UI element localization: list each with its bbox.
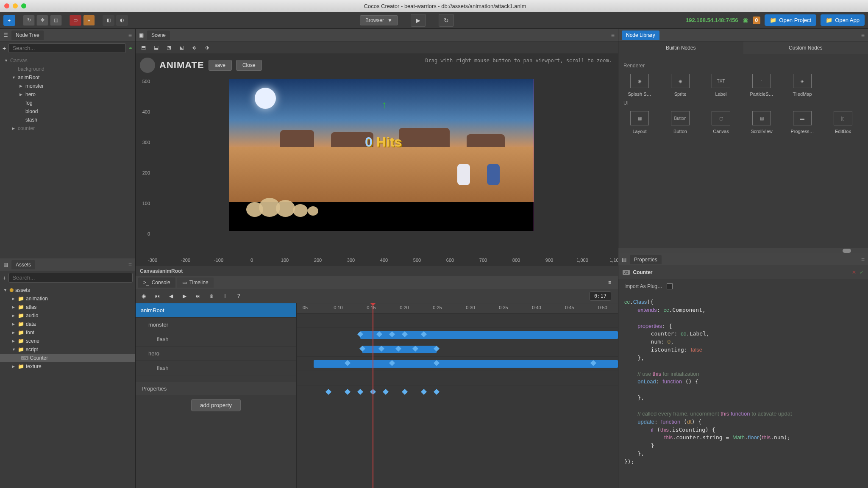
folder-audio[interactable]: ▶📁 audio (0, 311, 135, 320)
add-keyframe-button[interactable]: ⊕ (207, 291, 216, 301)
panel-menu-icon[interactable]: ≡ (128, 261, 132, 268)
assets-search[interactable] (8, 273, 133, 283)
remove-component-button[interactable]: ✕ (852, 269, 856, 275)
folder-scene[interactable]: ▶📁 scene (0, 337, 135, 345)
tool-anchor[interactable]: + (83, 15, 95, 26)
assets-tab[interactable]: Assets (11, 260, 35, 269)
node-library-scrollbar[interactable] (618, 248, 868, 253)
tree-item-hero[interactable]: ▶hero (0, 90, 135, 99)
tree-item-monster[interactable]: ▶monster (0, 82, 135, 90)
timeline-grid[interactable]: 050:100:150:200:250:300:350:400:450:50 (297, 303, 618, 488)
playhead[interactable] (373, 303, 373, 488)
open-project-button[interactable]: 📁 Open Project (765, 14, 816, 26)
folder-texture[interactable]: ▶📁 texture (0, 362, 135, 371)
tree-item-blood[interactable]: blood (0, 107, 135, 116)
folder-animation[interactable]: ▶📁 animation (0, 294, 135, 303)
tree-item-animRoot[interactable]: ▼animRoot (0, 73, 135, 82)
custom-nodes-tab[interactable]: Custom Nodes (743, 42, 868, 54)
panel-menu-icon[interactable]: ≡ (611, 32, 615, 39)
track-monster-flash[interactable]: flash (136, 332, 296, 347)
window-maximize-button[interactable] (21, 3, 26, 8)
tool-rotate[interactable]: ◫ (50, 15, 62, 26)
align-vcenter-icon[interactable]: ⬖ (189, 43, 199, 52)
gizmo-arrow-icon[interactable]: ↑ (382, 99, 387, 111)
scene-tab[interactable]: Scene (147, 30, 170, 40)
track-hero-flash[interactable]: flash (136, 361, 296, 375)
node-ParticleS[interactable]: ∴ParticleS… (746, 74, 778, 97)
tree-item-counter[interactable]: ▶counter (0, 124, 135, 133)
node-library-tab[interactable]: Node Library (622, 30, 659, 40)
tool-move[interactable]: ✥ (36, 15, 48, 26)
properties-tab[interactable]: Properties (630, 255, 662, 264)
notification-badge[interactable]: 0 (753, 17, 761, 24)
panel-menu-icon[interactable]: ≡ (861, 32, 865, 39)
add-button[interactable]: + (3, 15, 15, 26)
folder-font[interactable]: ▶📁 font (0, 328, 135, 337)
tree-item-Canvas[interactable]: ▼Canvas (0, 56, 135, 65)
node-Sprite[interactable]: ◉Sprite (664, 74, 696, 97)
import-as-plugin-checkbox[interactable] (667, 283, 673, 289)
tool-rect[interactable]: ▭ (70, 15, 81, 26)
timeline-play-button[interactable]: ▶ (180, 291, 189, 301)
next-frame-button[interactable]: ⏭ (193, 291, 203, 301)
node-tree-search[interactable] (8, 43, 126, 53)
node-ScrollView[interactable]: ▤ScrollView (746, 111, 778, 134)
align-hcenter-icon[interactable]: ⬓ (151, 43, 161, 52)
node-Button[interactable]: ButtonButton (664, 111, 696, 134)
scene-viewport[interactable]: ANIMATE save Close Drag with right mouse… (136, 53, 618, 266)
tool-gizmo-a[interactable]: ◧ (103, 15, 114, 26)
open-app-button[interactable]: 📁 Open App (821, 14, 865, 26)
window-minimize-button[interactable] (13, 3, 18, 8)
help-button[interactable]: ? (234, 291, 243, 301)
align-top-icon[interactable]: ⬕ (176, 43, 186, 52)
folder-atlas[interactable]: ▶📁 atlas (0, 303, 135, 311)
animation-close-button[interactable]: Close (236, 60, 262, 71)
node-EditBox[interactable]: |▯EditBox (827, 111, 859, 134)
prev-frame-button[interactable]: ◀ (166, 291, 175, 301)
tree-item-fog[interactable]: fog (0, 99, 135, 107)
node-tree-tab[interactable]: Node Tree (11, 30, 44, 40)
window-close-button[interactable] (4, 3, 9, 8)
track-animroot[interactable]: animRoot (136, 303, 296, 318)
folder-script[interactable]: ▼📁 script (0, 345, 135, 354)
tool-refresh[interactable]: ↻ (23, 15, 35, 26)
record-button[interactable]: ◉ (139, 291, 148, 301)
node-tree[interactable]: ▼Canvasbackground▼animRoot▶monster▶herof… (0, 55, 135, 258)
add-asset-button[interactable]: + (3, 274, 6, 281)
node-Canvas[interactable]: ▢Canvas (705, 111, 737, 134)
align-right-icon[interactable]: ⬔ (164, 43, 174, 52)
apply-component-button[interactable]: ✓ (860, 269, 864, 275)
node-Label[interactable]: TXTLabel (705, 74, 737, 97)
play-button[interactable]: ▶ (411, 14, 426, 27)
assets-tree[interactable]: ▼⬢ assets▶📁 animation▶📁 atlas▶📁 audio▶📁 … (0, 284, 135, 488)
assets-root[interactable]: ▼⬢ assets (0, 286, 135, 294)
link-icon[interactable]: ⚭ (128, 45, 133, 51)
track-monster[interactable]: monster (136, 318, 296, 332)
panel-menu-icon[interactable]: ≡ (128, 32, 132, 39)
tree-item-slash[interactable]: slash (0, 116, 135, 124)
tree-item-background[interactable]: background (0, 65, 135, 73)
timeline-tab[interactable]: ▭ Timeline (177, 277, 214, 288)
node-Layout[interactable]: ▦Layout (623, 111, 656, 134)
animation-save-button[interactable]: save (209, 60, 232, 71)
align-left-icon[interactable]: ⬒ (138, 43, 148, 52)
time-field[interactable]: 0:17 (590, 291, 611, 301)
console-tab[interactable]: >_ Console (138, 277, 175, 288)
folder-data[interactable]: ▶📁 data (0, 320, 135, 328)
run-target-select[interactable]: Browser ▼ (360, 15, 398, 25)
file-counter[interactable]: JS Counter (0, 354, 135, 362)
align-bottom-icon[interactable]: ⬗ (202, 43, 212, 52)
node-TiledMap[interactable]: ◈TiledMap (786, 74, 818, 97)
add-property-button[interactable]: add property (191, 399, 241, 411)
panel-menu-icon[interactable]: ≡ (861, 256, 865, 263)
add-node-button[interactable]: + (3, 45, 6, 52)
builtin-nodes-tab[interactable]: Builtin Nodes (618, 42, 743, 54)
node-SplashS[interactable]: ◉Splash S… (623, 74, 656, 97)
go-start-button[interactable]: ⏮ (153, 291, 162, 301)
tool-gizmo-b[interactable]: ◐ (116, 15, 128, 26)
code-editor[interactable]: cc.Class({ extends: cc.Component, proper… (618, 294, 868, 488)
track-hero[interactable]: hero (136, 347, 296, 361)
reload-button[interactable]: ↻ (439, 14, 454, 27)
panel-menu-icon[interactable]: ≡ (608, 280, 615, 286)
event-button[interactable]: I (220, 291, 230, 301)
